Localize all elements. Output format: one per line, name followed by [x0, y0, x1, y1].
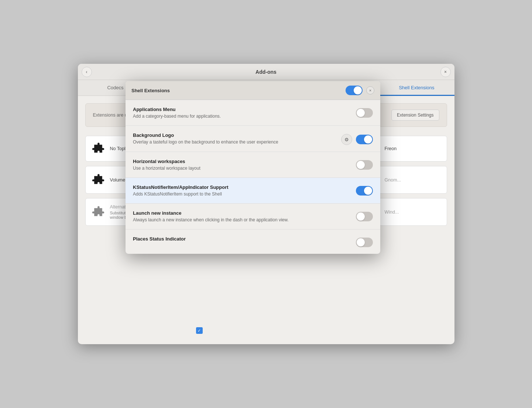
ext-gear-button[interactable]: ⚙: [341, 134, 352, 145]
modal-header-controls: ×: [346, 86, 374, 95]
ext-item-horizontal-workspaces: Horizontal workspaces Use a horizontal w…: [126, 152, 380, 178]
ext-item-kstatus: KStatusNotifierItem/AppIndicator Support…: [126, 178, 380, 204]
ext-toggle-launch-new-instance[interactable]: [356, 212, 373, 221]
ext-item-desc: Always launch a new instance when clicki…: [133, 217, 350, 222]
ext-item-applications-menu: Applications Menu Add a category-based m…: [126, 100, 380, 126]
modal-close-button[interactable]: ×: [366, 86, 374, 94]
ext-item-title: KStatusNotifierItem/AppIndicator Support: [133, 184, 350, 190]
close-button[interactable]: ×: [440, 67, 451, 77]
checkbox-area: ✓: [196, 327, 203, 334]
back-button[interactable]: ‹: [82, 67, 92, 77]
ext-item-desc: Overlay a tasteful logo on the backgroun…: [133, 139, 335, 145]
ext-name: Wind...: [385, 210, 399, 215]
ext-item-title: Launch new instance: [133, 210, 350, 216]
checkbox[interactable]: ✓: [196, 327, 203, 334]
ext-name: Freon: [385, 146, 397, 151]
ext-item-title: Background Logo: [133, 132, 335, 138]
ext-item-launch-new-instance: Launch new instance Always launch a new …: [126, 204, 380, 229]
ext-item-places-status: Places Status Indicator: [126, 229, 380, 254]
modal-master-toggle[interactable]: [346, 86, 363, 95]
ext-name: Gnom...: [385, 177, 401, 183]
ext-toggle-places-status[interactable]: [356, 238, 373, 247]
ext-item-desc: Add a category-based menu for applicatio…: [133, 114, 350, 119]
ext-item-desc: Adds KStatusNotifierItem support to the …: [133, 191, 350, 197]
ext-toggle-background-logo[interactable]: [356, 135, 373, 144]
modal-title: Shell Extensions: [131, 88, 170, 93]
ext-item-title: Horizontal workspaces: [133, 159, 350, 164]
ext-item-desc: Use a horizontal workspace layout: [133, 166, 350, 171]
modal-body: Applications Menu Add a category-based m…: [126, 100, 380, 254]
window-title: Add-ons: [255, 69, 277, 75]
puzzle-icon: [92, 205, 105, 219]
titlebar: ‹ Add-ons ×: [78, 64, 454, 80]
tab-shell-extensions[interactable]: Shell Extensions: [379, 80, 454, 96]
ext-toggle-horizontal-workspaces[interactable]: [356, 160, 373, 170]
ext-item-title: Places Status Indicator: [133, 236, 350, 242]
puzzle-icon: [92, 173, 105, 187]
puzzle-icon: [92, 142, 105, 155]
ext-toggle-applications-menu[interactable]: [356, 108, 373, 118]
extension-settings-button[interactable]: Extension Settings: [391, 110, 439, 121]
shell-extensions-modal: Shell Extensions × Applications Menu Add…: [126, 81, 380, 254]
ext-toggle-kstatus[interactable]: [356, 186, 373, 196]
ext-item-background-logo: Background Logo Overlay a tasteful logo …: [126, 126, 380, 152]
modal-header: Shell Extensions ×: [126, 81, 380, 100]
ext-item-title: Applications Menu: [133, 107, 350, 112]
